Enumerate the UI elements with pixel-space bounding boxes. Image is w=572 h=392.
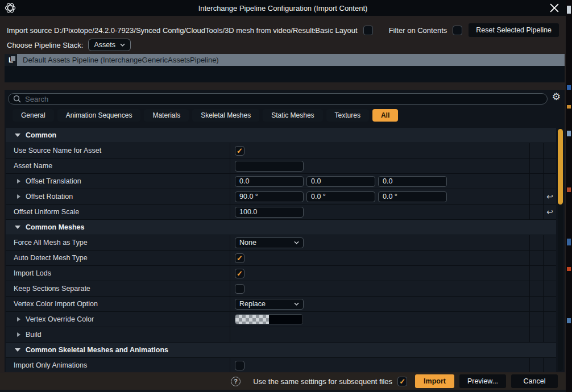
vertex-override-color-color-swatch[interactable] — [235, 314, 303, 324]
reset-to-default-icon[interactable]: ↩ — [546, 193, 553, 201]
offset-rotation-field-2[interactable] — [378, 191, 447, 202]
force-all-mesh-as-type-dropdown[interactable]: None — [235, 237, 304, 248]
property-label-cell: Keep Sections Separate — [6, 281, 230, 296]
import-only-animations-checkbox[interactable]: ✓ — [235, 361, 244, 370]
property-label: Build — [26, 331, 42, 339]
basic-layout-checkbox[interactable]: ✓ — [363, 26, 373, 35]
reset-to-default-icon[interactable]: ↩ — [546, 208, 553, 216]
search-bar[interactable] — [8, 93, 548, 105]
property-value-cell: ✓ — [230, 281, 529, 296]
import-button[interactable]: Import — [415, 374, 454, 388]
property-value-cell — [230, 327, 529, 342]
settings-gear-icon[interactable]: ⚙ — [552, 91, 561, 103]
tab-animation-sequences[interactable]: Animation Sequences — [57, 109, 141, 122]
tab-skeletal-meshes[interactable]: Skeletal Meshes — [192, 109, 259, 122]
import-lods-checkbox[interactable]: ✓ — [235, 269, 244, 278]
spacer-cell — [529, 143, 543, 158]
tab-textures[interactable]: Textures — [326, 109, 369, 122]
property-row-use-source-name-for-asset: Use Source Name for Asset✓ — [6, 143, 556, 159]
reset-cell — [543, 312, 556, 327]
help-icon[interactable]: ? — [231, 377, 241, 386]
property-label: Force All Mesh as Type — [14, 239, 88, 247]
vertical-scrollbar[interactable] — [558, 128, 563, 371]
pipeline-stack-value: Assets — [94, 41, 115, 49]
basic-layout-label: Basic Layout — [315, 26, 357, 35]
use-source-name-for-asset-checkbox[interactable]: ✓ — [235, 146, 244, 156]
reset-cell — [543, 235, 556, 250]
tab-all[interactable]: All — [372, 109, 398, 122]
tab-static-meshes[interactable]: Static Meshes — [263, 109, 322, 122]
pipeline-properties-panel: ⚙ GeneralAnimation SequencesMaterialsSke… — [5, 90, 565, 372]
force-all-mesh-as-type-dropdown-value: None — [239, 239, 256, 247]
vertex-color-import-option-dropdown[interactable]: Replace — [235, 299, 304, 310]
property-label-cell: Offset Rotation — [6, 189, 230, 204]
bottom-edge — [0, 390, 566, 392]
property-label-cell: Use Source Name for Asset — [6, 143, 230, 158]
expander-triangle-icon[interactable] — [17, 194, 20, 199]
cancel-button[interactable]: Cancel — [511, 374, 558, 388]
section-header-common[interactable]: Common — [6, 128, 556, 143]
collapse-triangle-icon[interactable] — [15, 348, 20, 352]
search-input[interactable] — [25, 95, 542, 103]
expander-triangle-icon[interactable] — [17, 317, 20, 322]
pipeline-list-item-selected[interactable]: L Default Assets Pipeline (InterchangeGe… — [5, 54, 565, 66]
expander-triangle-icon[interactable] — [17, 332, 20, 337]
section-header-common-meshes[interactable]: Common Meshes — [6, 220, 556, 235]
property-value-cell: None — [230, 235, 529, 250]
section-label: Common Meshes — [26, 223, 85, 231]
offset-translation-field-1[interactable] — [306, 176, 375, 187]
search-icon — [13, 95, 21, 103]
footer-bar: ? Use the same settings for subsequent f… — [0, 373, 566, 390]
property-label-cell: Build — [6, 327, 230, 342]
keep-sections-separate-checkbox[interactable]: ✓ — [235, 284, 244, 294]
pipeline-stack-dropdown[interactable]: Assets — [88, 39, 131, 51]
reset-selected-pipeline-button[interactable]: Reset Selected Pipeline — [469, 23, 559, 37]
spacer-cell — [529, 159, 543, 173]
property-value-cell — [230, 159, 529, 173]
reset-cell — [543, 297, 556, 311]
collapse-triangle-icon[interactable] — [15, 226, 20, 229]
scrollbar-thumb[interactable] — [558, 129, 563, 205]
property-row-offset-translation: Offset Translation — [6, 174, 556, 189]
spacer-cell — [529, 297, 543, 311]
section-header-common-skeletal-meshes-and-animations[interactable]: Common Skeletal Meshes and Animations — [6, 343, 556, 358]
property-label-cell: Offset Uniform Scale — [6, 205, 230, 219]
property-label: Use Source Name for Asset — [14, 147, 101, 155]
property-label-cell: Auto Detect Mesh Type — [6, 251, 230, 265]
spacer-cell — [529, 312, 543, 327]
offset-translation-field-0[interactable] — [235, 176, 304, 187]
collapse-triangle-icon[interactable] — [15, 134, 20, 137]
property-label-cell: Asset Name — [6, 159, 230, 173]
solid-color — [269, 315, 302, 324]
property-label: Keep Sections Separate — [14, 285, 90, 293]
property-row-import-only-animations: Import Only Animations✓ — [6, 358, 556, 372]
offset-translation-field-2[interactable] — [378, 176, 447, 187]
filter-on-contents-checkbox[interactable]: ✓ — [453, 26, 462, 35]
app-logo-icon — [4, 2, 16, 14]
spacer-cell — [529, 235, 543, 250]
property-row-auto-detect-mesh-type: Auto Detect Mesh Type✓ — [6, 251, 556, 266]
tab-materials[interactable]: Materials — [144, 109, 189, 122]
property-label-cell: Force All Mesh as Type — [6, 235, 230, 250]
close-icon[interactable] — [550, 3, 559, 12]
property-value-cell: ✓ — [230, 358, 529, 372]
expander-triangle-icon[interactable] — [17, 179, 20, 184]
property-value-cell — [230, 189, 529, 204]
offset-rotation-field-1[interactable] — [306, 191, 375, 202]
spacer-cell — [529, 327, 543, 342]
auto-detect-mesh-type-checkbox[interactable]: ✓ — [235, 253, 244, 263]
tab-general[interactable]: General — [13, 109, 54, 122]
property-value-cell — [230, 312, 529, 327]
property-label-cell: Vertex Color Import Option — [6, 297, 230, 311]
property-grid: CommonUse Source Name for Asset✓Asset Na… — [6, 128, 556, 372]
property-value-cell: ✓ — [230, 251, 529, 265]
reset-cell: ↩ — [543, 189, 556, 204]
same-settings-checkbox[interactable]: ✓ — [397, 377, 407, 386]
background-app-sliver — [566, 0, 572, 392]
asset-name-field[interactable] — [235, 161, 304, 172]
import-header-row: Import source D:/Pixotope/24.2.0-7923/Sy… — [7, 23, 559, 37]
offset-uniform-scale-field[interactable] — [235, 207, 304, 218]
offset-rotation-field-0[interactable] — [235, 191, 304, 202]
spacer-cell — [529, 205, 543, 219]
preview-button[interactable]: Preview... — [459, 374, 506, 388]
